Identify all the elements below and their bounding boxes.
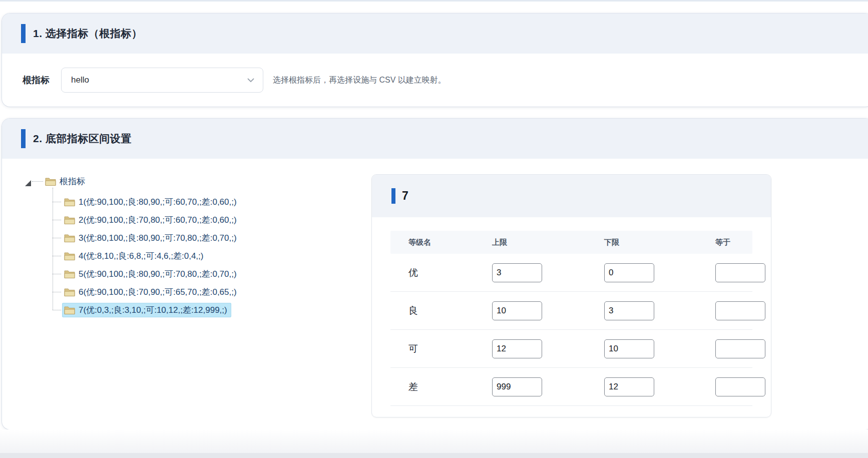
folder-icon <box>64 233 75 243</box>
folder-icon <box>64 269 75 279</box>
equal-input[interactable] <box>715 263 765 282</box>
grade-interval-table: 等级名 上限 下限 等于 优 良 可 <box>390 231 752 406</box>
tree-label: 2(优:90,100,;良:70,80,;可:60,70,;差:0,60,;) <box>79 214 237 226</box>
lower-limit-input[interactable] <box>604 377 654 396</box>
tree-item-3: 3(优:80,100,;良:80,90,;可:70,80,;差:0,70,;) <box>25 229 241 247</box>
tree-label: 6(优:90,100,;良:70,90,;可:65,70,;差:0,65,;) <box>79 286 237 298</box>
tree-node-4[interactable]: 4(优:8,10,;良:6,8,;可:4,6,;差:0,4,;) <box>62 249 207 263</box>
grade-label: 优 <box>408 266 492 279</box>
section-select-indicator: 1. 选择指标（根指标） 根指标 hello 选择根指标后，再选择设施与 CSV… <box>2 14 868 107</box>
indicator-detail-panel: 7 等级名 上限 下限 等于 优 良 可 <box>371 174 771 417</box>
equal-input[interactable] <box>715 377 765 396</box>
tree-item-1: 1(优:90,100,;良:80,90,;可:60,70,;差:0,60,;) <box>25 193 241 211</box>
tree-item-5: 5(优:90,100,;良:80,90,;可:70,80,;差:0,70,;) <box>25 265 241 283</box>
expander-icon[interactable] <box>25 180 31 186</box>
tree-root-row: 根指标 <box>25 173 241 190</box>
section1-header: 1. 选择指标（根指标） <box>2 14 868 54</box>
folder-icon <box>45 177 56 186</box>
top-divider <box>0 0 868 2</box>
tree-root-node[interactable]: 根指标 <box>43 174 89 189</box>
upper-limit-input[interactable] <box>492 339 542 358</box>
tree-item-7: 7(优:0,3,;良:3,10,;可:10,12,;差:12,999,;) <box>25 301 241 319</box>
table-row: 良 <box>390 292 752 330</box>
tree-label: 4(优:8,10,;良:6,8,;可:4,6,;差:0,4,;) <box>79 250 203 262</box>
upper-limit-input[interactable] <box>492 377 542 396</box>
upper-limit-input[interactable] <box>492 263 542 282</box>
lower-limit-input[interactable] <box>604 301 654 320</box>
tree-node-6[interactable]: 6(优:90,100,;良:70,90,;可:65,70,;差:0,65,;) <box>62 285 241 299</box>
grade-label: 差 <box>408 380 492 393</box>
panel-header: 7 <box>372 175 771 217</box>
accent-bar <box>21 24 26 43</box>
folder-icon <box>64 197 75 207</box>
col-header-equal: 等于 <box>715 238 752 247</box>
tree-node-1[interactable]: 1(优:90,100,;良:80,90,;可:60,70,;差:0,60,;) <box>62 195 241 209</box>
section2-header: 2. 底部指标区间设置 <box>2 119 868 159</box>
tree-item-6: 6(优:90,100,;良:70,90,;可:65,70,;差:0,65,;) <box>25 283 241 301</box>
root-indicator-label: 根指标 <box>23 74 50 86</box>
tree-label: 3(优:80,100,;良:80,90,;可:70,80,;差:0,70,;) <box>79 232 237 244</box>
equal-input[interactable] <box>715 339 765 358</box>
section2-title: 2. 底部指标区间设置 <box>33 132 132 146</box>
root-indicator-select[interactable]: hello <box>61 68 263 93</box>
tree-root-label: 根指标 <box>60 176 85 187</box>
root-indicator-hint: 选择根指标后，再选择设施与 CSV 以建立映射。 <box>273 75 446 86</box>
tree-node-3[interactable]: 3(优:80,100,;良:80,90,;可:70,80,;差:0,70,;) <box>62 231 241 245</box>
chevron-down-icon <box>247 76 255 84</box>
tree-label: 7(优:0,3,;良:3,10,;可:10,12,;差:12,999,;) <box>79 304 227 316</box>
tree-label: 5(优:90,100,;良:80,90,;可:70,80,;差:0,70,;) <box>79 268 237 280</box>
section1-title: 1. 选择指标（根指标） <box>33 27 142 41</box>
indicator-tree: 根指标 1(优:90,100,;良:80,90,;可:60,70,;差:0,60… <box>25 173 241 319</box>
lower-limit-input[interactable] <box>604 263 654 282</box>
table-row: 优 <box>390 254 752 292</box>
folder-icon <box>64 305 75 315</box>
col-header-grade: 等级名 <box>408 238 492 247</box>
table-row: 差 <box>390 368 752 406</box>
bottom-fade <box>0 429 868 453</box>
col-header-upper: 上限 <box>492 238 604 247</box>
table-header-row: 等级名 上限 下限 等于 <box>390 231 752 254</box>
accent-bar <box>391 188 395 204</box>
root-indicator-select-value: hello <box>71 75 89 85</box>
folder-icon <box>64 251 75 261</box>
accent-bar <box>21 129 26 148</box>
tree-node-5[interactable]: 5(优:90,100,;良:80,90,;可:70,80,;差:0,70,;) <box>62 267 241 281</box>
tree-item-2: 2(优:90,100,;良:70,80,;可:60,70,;差:0,60,;) <box>25 211 241 229</box>
upper-limit-input[interactable] <box>492 301 542 320</box>
grade-label: 良 <box>408 304 492 317</box>
bottom-divider <box>0 453 868 458</box>
folder-icon <box>64 287 75 297</box>
root-indicator-form-row: 根指标 hello 选择根指标后，再选择设施与 CSV 以建立映射。 <box>2 54 868 107</box>
section-interval-settings: 2. 底部指标区间设置 根指标 1(优:90,100,;良:80,90,;可:6… <box>2 119 868 429</box>
col-header-lower: 下限 <box>604 238 715 247</box>
tree-node-2[interactable]: 2(优:90,100,;良:70,80,;可:60,70,;差:0,60,;) <box>62 213 241 227</box>
lower-limit-input[interactable] <box>604 339 654 358</box>
table-row: 可 <box>390 330 752 368</box>
grade-label: 可 <box>408 342 492 355</box>
folder-icon <box>64 215 75 225</box>
tree-node-7-selected[interactable]: 7(优:0,3,;良:3,10,;可:10,12,;差:12,999,;) <box>62 303 231 317</box>
tree-label: 1(优:90,100,;良:80,90,;可:60,70,;差:0,60,;) <box>79 196 237 208</box>
tree-children: 1(优:90,100,;良:80,90,;可:60,70,;差:0,60,;) … <box>25 193 241 319</box>
panel-title: 7 <box>402 189 408 203</box>
tree-item-4: 4(优:8,10,;良:6,8,;可:4,6,;差:0,4,;) <box>25 247 241 265</box>
tree-connector <box>32 181 43 182</box>
equal-input[interactable] <box>715 301 765 320</box>
